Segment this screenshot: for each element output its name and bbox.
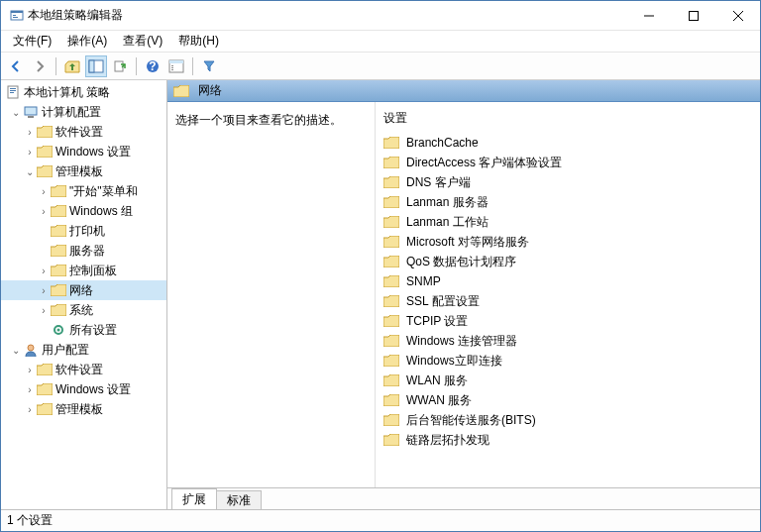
maximize-button[interactable]: [671, 1, 715, 30]
settings-icon: [51, 322, 66, 338]
svg-rect-3: [13, 17, 18, 18]
tree-control-panel[interactable]: › 控制面板: [1, 261, 166, 280]
folder-icon: [383, 135, 399, 151]
up-button[interactable]: [61, 55, 83, 77]
folder-icon: [51, 243, 66, 259]
collapse-icon[interactable]: ⌄: [9, 343, 23, 357]
list-item[interactable]: Windows 连接管理器: [376, 331, 760, 351]
tree-system[interactable]: › 系统: [1, 300, 166, 320]
tree-label: 控制面板: [69, 263, 117, 279]
back-button[interactable]: [5, 55, 27, 77]
collapse-icon[interactable]: ⌄: [9, 105, 23, 119]
expand-icon[interactable]: ›: [23, 125, 37, 139]
folder-icon: [383, 392, 399, 408]
folder-icon: [383, 372, 399, 388]
list-item[interactable]: Lanman 服务器: [376, 192, 760, 212]
tree-label: 服务器: [69, 243, 105, 260]
tree-all-settings[interactable]: 所有设置: [1, 320, 166, 340]
folder-icon: [383, 353, 399, 369]
list-item[interactable]: Windows立即连接: [376, 351, 760, 371]
list-item-label: BranchCache: [406, 136, 479, 150]
expand-icon[interactable]: ›: [37, 204, 51, 218]
tree-root[interactable]: 本地计算机 策略: [1, 82, 166, 102]
folder-icon: [383, 155, 399, 170]
tree-server[interactable]: 服务器: [1, 241, 166, 261]
svg-rect-15: [171, 65, 173, 66]
folder-icon: [37, 163, 53, 179]
folder-icon: [383, 234, 399, 250]
folder-icon: [383, 313, 399, 329]
tree-user-admin[interactable]: › 管理模板: [1, 399, 166, 419]
tree-computer-config[interactable]: ⌄ 计算机配置: [1, 102, 166, 122]
list-item-label: Lanman 工作站: [406, 214, 489, 231]
settings-header: 设置: [376, 102, 760, 133]
tree-label: 软件设置: [55, 362, 103, 378]
menu-help[interactable]: 帮助(H): [170, 31, 227, 52]
tree-label: Windows 设置: [55, 144, 131, 160]
list-item[interactable]: BranchCache: [376, 133, 760, 153]
svg-point-25: [57, 329, 60, 332]
list-item-label: Windows立即连接: [406, 353, 502, 370]
menu-file[interactable]: 文件(F): [5, 31, 59, 52]
list-item[interactable]: 链路层拓扑发现: [376, 430, 760, 450]
settings-list[interactable]: BranchCacheDirectAccess 客户端体验设置DNS 客户端La…: [376, 133, 760, 487]
list-item-label: Microsoft 对等网络服务: [406, 234, 529, 251]
expand-icon[interactable]: ›: [37, 264, 51, 277]
expand-icon[interactable]: ›: [37, 283, 51, 297]
tree-printer[interactable]: 打印机: [1, 221, 166, 241]
list-item[interactable]: Microsoft 对等网络服务: [376, 232, 760, 252]
list-item[interactable]: QoS 数据包计划程序: [376, 252, 760, 271]
collapse-icon[interactable]: ⌄: [23, 164, 37, 178]
expand-icon[interactable]: ›: [23, 382, 37, 396]
folder-icon: [173, 83, 189, 99]
list-item[interactable]: Lanman 工作站: [376, 212, 760, 232]
expand-icon[interactable]: ›: [23, 402, 37, 416]
help-button[interactable]: ?: [142, 55, 163, 77]
expand-icon[interactable]: ›: [23, 145, 37, 159]
tab-standard[interactable]: 标准: [216, 490, 262, 509]
tree-label: 所有设置: [69, 322, 117, 339]
tree-windows-components[interactable]: › Windows 组: [1, 201, 166, 221]
tree-user-config[interactable]: ⌄ 用户配置: [1, 340, 166, 360]
tree-label: 软件设置: [55, 124, 103, 141]
tree-network[interactable]: › 网络: [1, 280, 166, 300]
minimize-button[interactable]: [626, 1, 671, 30]
list-item[interactable]: SNMP: [376, 271, 760, 291]
folder-icon: [51, 203, 66, 219]
tree-software-settings[interactable]: › 软件设置: [1, 122, 166, 142]
folder-icon: [37, 144, 53, 160]
tab-extended[interactable]: 扩展: [171, 488, 217, 509]
list-item[interactable]: WWAN 服务: [376, 390, 760, 410]
description-prompt: 选择一个项目来查看它的描述。: [175, 113, 342, 127]
show-hide-tree-button[interactable]: [85, 55, 107, 77]
list-item[interactable]: DNS 客户端: [376, 172, 760, 192]
expand-icon[interactable]: ›: [37, 303, 51, 317]
menu-view[interactable]: 查看(V): [115, 31, 170, 52]
tree-panel[interactable]: 本地计算机 策略 ⌄ 计算机配置 › 软件设置 › Windows 设置 ⌄ 管…: [1, 80, 167, 509]
menu-action[interactable]: 操作(A): [59, 31, 115, 52]
expand-icon[interactable]: ›: [23, 363, 37, 376]
close-button[interactable]: [715, 1, 760, 30]
properties-button[interactable]: [165, 55, 187, 77]
expand-icon[interactable]: ›: [37, 184, 51, 198]
list-item-label: Lanman 服务器: [406, 194, 489, 211]
body-area: 本地计算机 策略 ⌄ 计算机配置 › 软件设置 › Windows 设置 ⌄ 管…: [1, 80, 760, 509]
list-item[interactable]: TCPIP 设置: [376, 311, 760, 331]
tree-admin-templates[interactable]: ⌄ 管理模板: [1, 161, 166, 181]
tree-start-menu[interactable]: › "开始"菜单和: [1, 181, 166, 201]
filter-button[interactable]: [198, 55, 220, 77]
tree-windows-settings[interactable]: › Windows 设置: [1, 142, 166, 161]
folder-icon: [37, 362, 53, 377]
tree-user-windows[interactable]: › Windows 设置: [1, 379, 166, 399]
svg-rect-17: [171, 69, 173, 70]
list-item[interactable]: 后台智能传送服务(BITS): [376, 410, 760, 430]
list-item[interactable]: DirectAccess 客户端体验设置: [376, 153, 760, 172]
list-item[interactable]: SSL 配置设置: [376, 291, 760, 311]
list-item[interactable]: WLAN 服务: [376, 371, 760, 390]
tree-label: 系统: [69, 302, 93, 319]
menubar: 文件(F) 操作(A) 查看(V) 帮助(H): [1, 31, 760, 53]
svg-rect-21: [10, 92, 14, 93]
forward-button[interactable]: [29, 55, 51, 77]
tree-user-software[interactable]: › 软件设置: [1, 360, 166, 379]
export-button[interactable]: [109, 55, 131, 77]
